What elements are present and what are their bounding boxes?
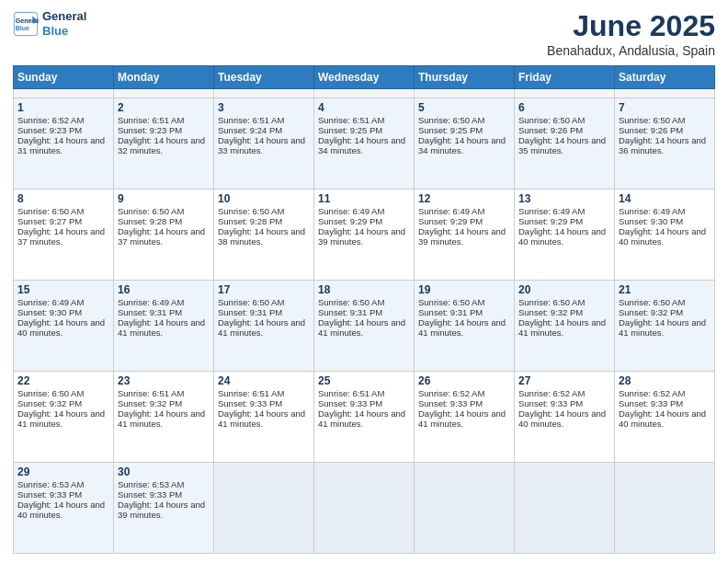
calendar-cell <box>214 463 314 554</box>
sunset-text: Sunset: 9:32 PM <box>518 307 610 317</box>
daylight-text: Daylight: 14 hours and 40 minutes. <box>619 408 711 429</box>
sunset-text: Sunset: 9:29 PM <box>318 216 410 226</box>
sunrise-text: Sunrise: 6:53 AM <box>118 479 210 489</box>
sunset-text: Sunset: 9:32 PM <box>118 398 210 408</box>
sunset-text: Sunset: 9:26 PM <box>518 125 610 135</box>
sunset-text: Sunset: 9:29 PM <box>518 216 610 226</box>
day-number: 6 <box>518 101 610 114</box>
daylight-text: Daylight: 14 hours and 36 minutes. <box>619 135 711 155</box>
day-number: 19 <box>418 283 510 296</box>
calendar-cell: 1Sunrise: 6:52 AMSunset: 9:23 PMDaylight… <box>14 98 114 190</box>
daylight-text: Daylight: 14 hours and 33 minutes. <box>218 135 310 155</box>
calendar-row-0 <box>14 89 715 98</box>
daylight-text: Daylight: 14 hours and 41 minutes. <box>218 408 310 429</box>
sunrise-text: Sunrise: 6:53 AM <box>17 479 109 489</box>
daylight-text: Daylight: 14 hours and 37 minutes. <box>118 226 210 247</box>
header-monday: Monday <box>114 66 214 89</box>
sunset-text: Sunset: 9:33 PM <box>619 398 711 408</box>
day-number: 1 <box>17 101 109 114</box>
calendar-cell <box>515 463 615 554</box>
sunrise-text: Sunrise: 6:51 AM <box>118 115 210 125</box>
daylight-text: Daylight: 14 hours and 35 minutes. <box>518 135 610 155</box>
daylight-text: Daylight: 14 hours and 39 minutes. <box>118 500 210 520</box>
sunrise-text: Sunrise: 6:50 AM <box>619 297 711 307</box>
calendar-row-3: 15Sunrise: 6:49 AMSunset: 9:30 PMDayligh… <box>14 281 715 372</box>
sunrise-text: Sunrise: 6:52 AM <box>619 388 711 398</box>
calendar-cell: 14Sunrise: 6:49 AMSunset: 9:30 PMDayligh… <box>615 190 715 281</box>
sunset-text: Sunset: 9:30 PM <box>619 216 711 226</box>
daylight-text: Daylight: 14 hours and 41 minutes. <box>118 317 210 338</box>
sunrise-text: Sunrise: 6:49 AM <box>418 206 510 216</box>
logo-text: General Blue <box>42 9 86 38</box>
sunrise-text: Sunrise: 6:50 AM <box>17 388 109 398</box>
daylight-text: Daylight: 14 hours and 34 minutes. <box>418 135 510 155</box>
calendar-cell: 16Sunrise: 6:49 AMSunset: 9:31 PMDayligh… <box>114 281 214 372</box>
calendar-cell: 27Sunrise: 6:52 AMSunset: 9:33 PMDayligh… <box>515 372 615 463</box>
calendar-cell <box>314 463 415 554</box>
sunrise-text: Sunrise: 6:49 AM <box>118 297 210 307</box>
logo-icon: General Blue <box>13 11 39 37</box>
calendar-cell: 19Sunrise: 6:50 AMSunset: 9:31 PMDayligh… <box>415 281 515 372</box>
header-wednesday: Wednesday <box>314 66 415 89</box>
daylight-text: Daylight: 14 hours and 31 minutes. <box>17 135 109 155</box>
calendar-cell: 18Sunrise: 6:50 AMSunset: 9:31 PMDayligh… <box>314 281 415 372</box>
day-number: 30 <box>118 465 210 478</box>
daylight-text: Daylight: 14 hours and 40 minutes. <box>518 226 610 247</box>
day-number: 15 <box>17 283 109 296</box>
sunset-text: Sunset: 9:30 PM <box>17 307 109 317</box>
sunset-text: Sunset: 9:33 PM <box>518 398 610 408</box>
subtitle: Benahadux, Andalusia, Spain <box>547 43 715 58</box>
daylight-text: Daylight: 14 hours and 40 minutes. <box>518 408 610 429</box>
logo: General Blue General Blue <box>13 9 86 38</box>
sunrise-text: Sunrise: 6:50 AM <box>118 206 210 216</box>
calendar-cell: 28Sunrise: 6:52 AMSunset: 9:33 PMDayligh… <box>615 372 715 463</box>
header-friday: Friday <box>515 66 615 89</box>
daylight-text: Daylight: 14 hours and 39 minutes. <box>418 226 510 247</box>
daylight-text: Daylight: 14 hours and 41 minutes. <box>218 317 310 338</box>
svg-text:Blue: Blue <box>16 25 29 31</box>
day-number: 2 <box>118 101 210 114</box>
sunrise-text: Sunrise: 6:50 AM <box>218 206 310 216</box>
sunset-text: Sunset: 9:27 PM <box>17 216 109 226</box>
calendar-cell <box>515 89 615 98</box>
calendar-cell: 8Sunrise: 6:50 AMSunset: 9:27 PMDaylight… <box>14 190 114 281</box>
day-number: 7 <box>619 101 711 114</box>
sunset-text: Sunset: 9:33 PM <box>318 398 410 408</box>
calendar-cell: 29Sunrise: 6:53 AMSunset: 9:33 PMDayligh… <box>14 463 114 554</box>
sunrise-text: Sunrise: 6:50 AM <box>218 297 310 307</box>
day-number: 29 <box>17 465 109 478</box>
sunset-text: Sunset: 9:25 PM <box>318 125 410 135</box>
calendar-cell <box>114 89 214 98</box>
sunset-text: Sunset: 9:31 PM <box>418 307 510 317</box>
calendar-cell: 15Sunrise: 6:49 AMSunset: 9:30 PMDayligh… <box>14 281 114 372</box>
sunrise-text: Sunrise: 6:52 AM <box>17 115 109 125</box>
day-number: 23 <box>118 374 210 387</box>
sunrise-text: Sunrise: 6:51 AM <box>218 115 310 125</box>
day-number: 27 <box>518 374 610 387</box>
calendar-row-1: 1Sunrise: 6:52 AMSunset: 9:23 PMDaylight… <box>14 98 715 190</box>
daylight-text: Daylight: 14 hours and 41 minutes. <box>619 317 711 338</box>
sunset-text: Sunset: 9:33 PM <box>218 398 310 408</box>
calendar-cell <box>615 89 715 98</box>
sunrise-text: Sunrise: 6:49 AM <box>518 206 610 216</box>
day-number: 11 <box>318 192 410 205</box>
sunset-text: Sunset: 9:31 PM <box>318 307 410 317</box>
main-title: June 2025 <box>547 9 715 43</box>
daylight-text: Daylight: 14 hours and 32 minutes. <box>118 135 210 155</box>
calendar-cell: 10Sunrise: 6:50 AMSunset: 9:28 PMDayligh… <box>214 190 314 281</box>
sunrise-text: Sunrise: 6:50 AM <box>619 115 711 125</box>
day-number: 13 <box>518 192 610 205</box>
day-number: 21 <box>619 283 711 296</box>
svg-rect-0 <box>14 12 37 35</box>
daylight-text: Daylight: 14 hours and 40 minutes. <box>17 500 109 520</box>
day-number: 14 <box>619 192 711 205</box>
day-number: 4 <box>318 101 410 114</box>
daylight-text: Daylight: 14 hours and 41 minutes. <box>418 317 510 338</box>
day-number: 18 <box>318 283 410 296</box>
daylight-text: Daylight: 14 hours and 41 minutes. <box>318 408 410 429</box>
sunset-text: Sunset: 9:26 PM <box>619 125 711 135</box>
sunset-text: Sunset: 9:28 PM <box>118 216 210 226</box>
calendar-cell <box>415 89 515 98</box>
sunrise-text: Sunrise: 6:50 AM <box>17 206 109 216</box>
sunrise-text: Sunrise: 6:49 AM <box>619 206 711 216</box>
